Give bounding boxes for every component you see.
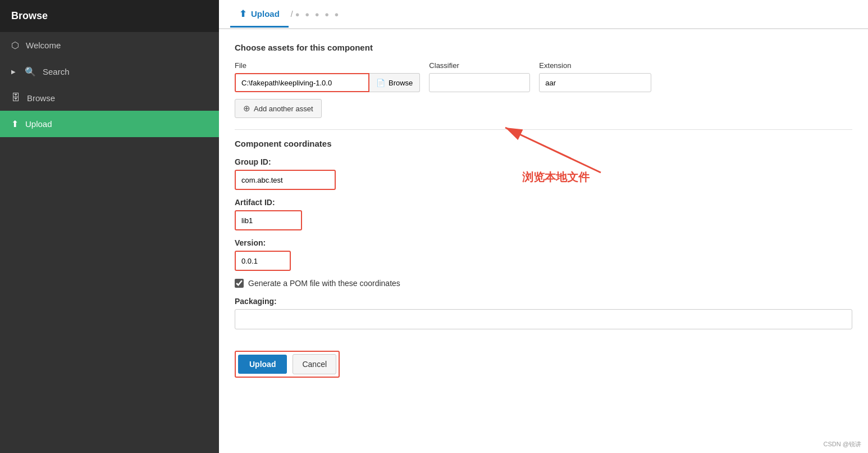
- artifact-id-label: Artifact ID:: [235, 198, 852, 207]
- coords-title: Component coordinates: [235, 139, 852, 148]
- cancel-button[interactable]: Cancel: [293, 354, 336, 374]
- group-id-input[interactable]: [235, 170, 336, 190]
- sidebar-item-search[interactable]: ▶ 🔍 Search: [0, 58, 219, 85]
- sidebar-item-upload[interactable]: ⬆ Upload: [0, 111, 219, 137]
- artifact-id-field: Artifact ID:: [235, 198, 852, 230]
- sidebar-item-welcome[interactable]: ⬡ Welcome: [0, 32, 219, 58]
- classifier-input[interactable]: [429, 73, 530, 92]
- tab-blurred-label: ● ● ● ● ●: [295, 10, 341, 19]
- upload-tab-icon: ⬆: [239, 8, 246, 19]
- group-id-field: Group ID:: [235, 157, 852, 190]
- classifier-column: Classifier: [429, 61, 530, 92]
- file-column-header: File: [235, 61, 420, 70]
- component-coordinates: Component coordinates Group ID: Artifact…: [235, 139, 852, 343]
- generate-pom-checkbox[interactable]: [235, 279, 244, 288]
- file-column: File 📄 Browse: [235, 61, 420, 92]
- arrow-icon: ▶: [11, 69, 16, 75]
- content-area: Choose assets for this component File 📄 …: [219, 29, 868, 453]
- search-icon: 🔍: [25, 66, 36, 77]
- file-text-input[interactable]: [235, 73, 369, 92]
- file-icon: 📄: [376, 79, 385, 87]
- upload-button[interactable]: Upload: [238, 355, 287, 374]
- generate-pom-label: Generate a POM file with these coordinat…: [248, 279, 400, 288]
- add-asset-button[interactable]: ⊕ Add another asset: [235, 99, 322, 118]
- classifier-column-header: Classifier: [429, 61, 530, 70]
- extension-column: Extension: [539, 61, 651, 92]
- plus-circle-icon: ⊕: [243, 103, 250, 114]
- tab-upload[interactable]: ⬆ Upload: [230, 2, 289, 28]
- upload-nav-icon: ⬆: [11, 119, 19, 129]
- version-label: Version:: [235, 238, 852, 247]
- header-tabs: ⬆ Upload / ● ● ● ● ●: [219, 0, 868, 29]
- asset-columns: File 📄 Browse Classifier Extension: [235, 61, 852, 92]
- hexagon-icon: ⬡: [11, 40, 19, 51]
- csdn-credit: CSDN @锐讲: [824, 440, 861, 449]
- extension-column-header: Extension: [539, 61, 651, 70]
- version-field: Version:: [235, 238, 852, 271]
- action-buttons: Upload Cancel: [235, 351, 340, 378]
- main-content: ⬆ Upload / ● ● ● ● ● Choose assets for t…: [219, 0, 868, 453]
- packaging-input[interactable]: [235, 309, 852, 329]
- section-title: Choose assets for this component: [235, 43, 852, 52]
- packaging-label: Packaging:: [235, 297, 852, 306]
- sidebar-item-browse[interactable]: 🗄 Browse: [0, 85, 219, 111]
- sidebar-item-label: Search: [43, 67, 70, 76]
- version-input[interactable]: [235, 251, 291, 271]
- sidebar-item-label: Browse: [27, 93, 55, 103]
- database-icon: 🗄: [11, 93, 20, 103]
- browse-button[interactable]: 📄 Browse: [369, 73, 420, 92]
- packaging-field: Packaging:: [235, 297, 852, 343]
- sidebar: Browse ⬡ Welcome ▶ 🔍 Search 🗄 Browse ⬆ U…: [0, 0, 219, 453]
- tab-separator: /: [289, 10, 295, 19]
- artifact-id-input[interactable]: [235, 210, 302, 230]
- divider: [235, 129, 852, 130]
- generate-pom-row: Generate a POM file with these coordinat…: [235, 279, 852, 288]
- add-asset-label: Add another asset: [254, 105, 313, 113]
- file-input-group: 📄 Browse: [235, 73, 420, 92]
- extension-input[interactable]: [539, 73, 651, 92]
- sidebar-title: Browse: [0, 0, 219, 32]
- browse-btn-label: Browse: [389, 79, 413, 87]
- sidebar-item-label: Welcome: [26, 40, 61, 50]
- sidebar-item-label: Upload: [25, 119, 52, 129]
- tab-upload-label: Upload: [251, 9, 280, 19]
- group-id-label: Group ID:: [235, 157, 852, 166]
